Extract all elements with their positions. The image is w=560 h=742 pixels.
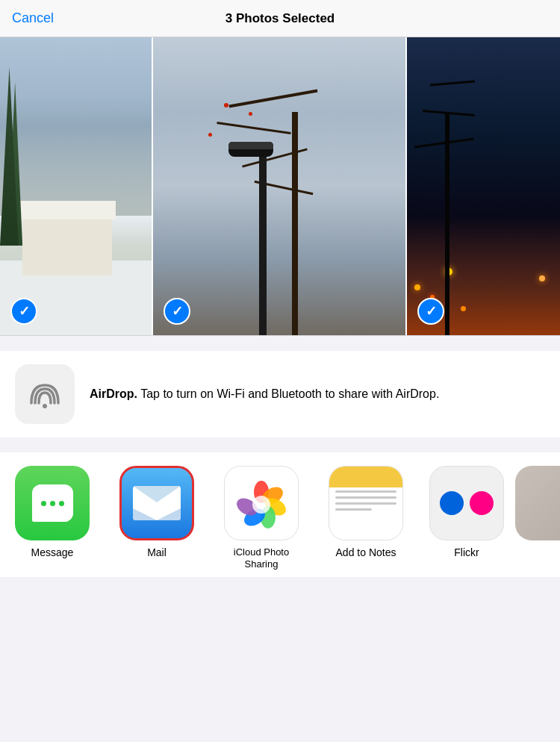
message-dots — [41, 501, 64, 506]
airdrop-description: AirDrop. Tap to turn on Wi-Fi and Blueto… — [90, 386, 439, 402]
apps-row: Message Mail — [0, 452, 560, 577]
message-icon — [15, 466, 90, 540]
airdrop-icon — [25, 375, 64, 414]
section-divider-1 — [0, 336, 560, 351]
icloud-photo-icon — [224, 466, 299, 540]
photo-item-2[interactable] — [153, 37, 407, 335]
mail-envelope — [133, 486, 181, 520]
section-divider-2 — [0, 437, 560, 452]
cancel-button[interactable]: Cancel — [12, 10, 54, 26]
airdrop-regular: Tap to turn on Wi-Fi and Bluetooth to sh… — [137, 387, 439, 400]
notes-lines — [335, 490, 396, 511]
check-badge-3 — [417, 298, 444, 325]
app-item-message[interactable]: Message — [0, 466, 105, 559]
app-item-notes[interactable]: Add to Notes — [314, 466, 418, 559]
photo-tree-bg — [153, 37, 405, 335]
airdrop-icon-wrapper — [15, 364, 75, 424]
header: Cancel 3 Photos Selected — [0, 0, 560, 37]
flower-svg — [235, 477, 287, 529]
add-to-notes-icon — [329, 466, 403, 540]
mail-icon — [119, 466, 194, 540]
check-badge-2 — [164, 298, 190, 325]
notes-label: Add to Notes — [336, 546, 396, 559]
app-item-save[interactable] — [515, 466, 560, 540]
message-label: Message — [31, 546, 74, 559]
svg-point-7 — [252, 496, 270, 514]
photo-item-3[interactable] — [407, 37, 560, 335]
icloud-label: iCloud Photo Sharing — [217, 546, 306, 570]
mail-flap — [133, 486, 181, 502]
app-item-icloud[interactable]: iCloud Photo Sharing — [209, 466, 314, 570]
notes-header — [329, 467, 402, 487]
airdrop-section[interactable]: AirDrop. Tap to turn on Wi-Fi and Blueto… — [0, 351, 560, 437]
flickr-icon — [429, 466, 504, 540]
photos-strip — [0, 37, 560, 336]
airdrop-bold: AirDrop. — [90, 387, 137, 400]
mail-label: Mail — [147, 546, 167, 559]
page-title: 3 Photos Selected — [225, 11, 335, 26]
photo-snow-bg — [0, 37, 152, 335]
save-icon — [515, 466, 560, 540]
app-item-mail[interactable]: Mail — [105, 466, 209, 559]
app-item-flickr[interactable]: Flickr — [418, 466, 515, 559]
flickr-label: Flickr — [454, 546, 479, 559]
photo-night-bg — [407, 37, 560, 335]
photo-item-1[interactable] — [0, 37, 153, 335]
svg-point-0 — [43, 404, 47, 408]
check-badge-1 — [10, 298, 37, 325]
